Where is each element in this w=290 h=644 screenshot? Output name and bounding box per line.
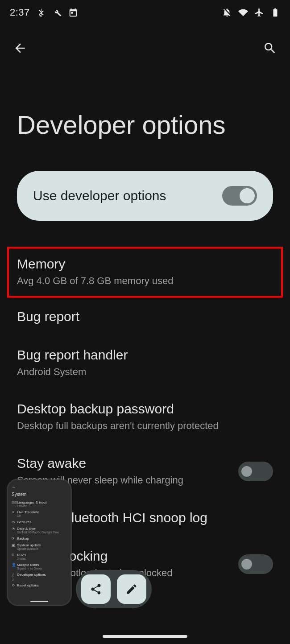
status-right	[222, 8, 280, 17]
stay-awake-switch[interactable]	[238, 462, 273, 481]
bluetooth-icon	[36, 8, 46, 17]
status-left: 2:37	[10, 7, 78, 18]
gesture-nav-bar[interactable]	[103, 635, 187, 638]
setting-memory[interactable]: Memory Avg 4.0 GB of 7.8 GB memory used	[7, 247, 283, 297]
thumb-row: { }Developer options	[12, 573, 67, 581]
page-title: Developer options	[0, 61, 290, 157]
status-time: 2:37	[10, 7, 30, 18]
setting-title: Desktop backup password	[17, 401, 273, 417]
thumb-row: ⟲Reset options	[12, 583, 67, 587]
screenshot-action-bar	[76, 570, 152, 608]
thumb-title: System	[12, 492, 67, 497]
setting-title: Stay awake	[17, 456, 231, 471]
screenshot-thumbnail[interactable]: ← System ⌨Languages & inputGboard ✦Live …	[8, 480, 70, 605]
thumb-row: ▭Gestures	[12, 520, 67, 524]
master-toggle-label: Use developer options	[33, 188, 166, 203]
dnd-off-icon	[222, 8, 232, 17]
thumb-back-icon: ←	[12, 484, 67, 489]
setting-desktop-backup-password[interactable]: Desktop backup password Desktop full bac…	[0, 390, 290, 444]
setting-title: Bug report	[17, 309, 273, 324]
thumb-row: ⌨Languages & inputGboard	[12, 500, 67, 508]
thumb-home-indicator	[30, 601, 48, 602]
search-button[interactable]	[262, 41, 278, 56]
battery-icon	[270, 8, 280, 17]
setting-summary: Avg 4.0 GB of 7.8 GB memory used	[17, 274, 273, 288]
oem-unlock-switch[interactable]	[238, 554, 273, 574]
thumb-row: 👤Multiple usersSigned in as Owner	[12, 563, 67, 570]
edit-button[interactable]	[117, 574, 146, 604]
thumb-row: ✦Live TranslateOn	[12, 510, 67, 517]
master-toggle-card[interactable]: Use developer options	[17, 171, 273, 221]
app-bar	[0, 25, 290, 61]
share-button[interactable]	[81, 574, 111, 604]
setting-bug-report[interactable]: Bug report	[0, 297, 290, 336]
back-button[interactable]	[12, 41, 28, 56]
setting-title: Bug report handler	[17, 347, 273, 363]
setting-summary: Desktop full backups aren't currently pr…	[17, 419, 273, 433]
setting-bug-report-handler[interactable]: Bug report handler Android System	[0, 336, 290, 390]
setting-summary: Android System	[17, 365, 273, 379]
svg-rect-0	[274, 12, 277, 16]
wifi-icon	[238, 8, 248, 17]
wrench-icon	[52, 8, 62, 17]
thumb-row: ▣System updateUpdate available	[12, 543, 67, 550]
thumb-row: ⊞Rules0 rules	[12, 553, 67, 560]
setting-title: Memory	[17, 256, 273, 272]
calendar-icon	[68, 8, 78, 17]
thumb-row: ⟳Backup	[12, 537, 67, 541]
thumb-row: ◔Date & timeGMT-07:00 Pacific Daylight T…	[12, 527, 67, 534]
master-toggle-switch[interactable]	[222, 186, 257, 206]
status-bar: 2:37	[0, 0, 290, 25]
airplane-icon	[254, 8, 264, 17]
